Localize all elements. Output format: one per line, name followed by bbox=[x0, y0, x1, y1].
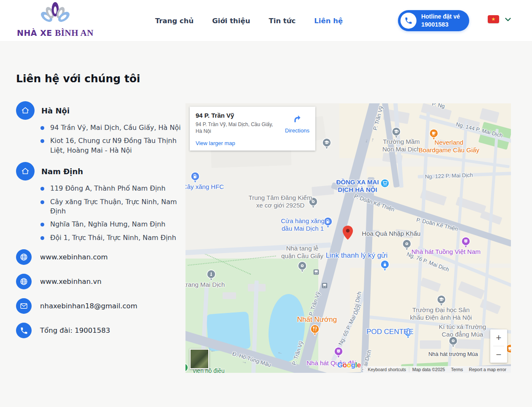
phone-icon bbox=[16, 323, 32, 338]
contact-link-text: www.xebinhan.vn bbox=[40, 278, 102, 286]
restaurant-icon[interactable] bbox=[309, 324, 320, 337]
contact-group-header: Nam Định bbox=[16, 162, 184, 181]
map-attribution: Keyboard shortcuts Map data ©2025 Terms … bbox=[363, 366, 511, 373]
map-canvas[interactable]: ↓ ↑ ← ← → P. Trần VỹP. Trần VỹP. Trần Vỹ… bbox=[185, 103, 511, 373]
zoom-in-button[interactable]: + bbox=[490, 329, 507, 346]
nav-item-3[interactable]: Tin tức bbox=[269, 17, 296, 25]
poi-label: trang Mai Dịch bbox=[185, 281, 225, 288]
directions-button[interactable]: Directions bbox=[284, 113, 310, 134]
contact-group-title: Nam Định bbox=[41, 167, 83, 176]
header: NHÀ XE BÌNH AN Trang chủGiới thiệuTin tứ… bbox=[0, 0, 532, 42]
language-selector[interactable]: ★ bbox=[488, 15, 511, 23]
map-info-card: 94 P. Trần Vỹ 94 P. Trần Vỹ, Mai Dịch, C… bbox=[190, 107, 315, 151]
park-icon[interactable] bbox=[185, 363, 189, 373]
red-pin-icon[interactable] bbox=[341, 225, 354, 241]
page-title: Liên hệ với chúng tôi bbox=[16, 73, 140, 85]
contact-group-title: Hà Nội bbox=[41, 106, 70, 115]
poi-label: POD CENTRE bbox=[366, 328, 413, 336]
view-larger-map-link[interactable]: View larger map bbox=[196, 140, 235, 146]
theater-icon[interactable] bbox=[460, 237, 471, 249]
bus-stop-icon[interactable] bbox=[322, 283, 328, 288]
contact-link[interactable]: nhaxebinhan18@gmail.com bbox=[16, 298, 184, 314]
address-item: 94 Trần Vỹ, Mai Dịch, Cầu Giấy, Hà Nội bbox=[40, 123, 184, 132]
nav-item-4[interactable]: Liên hệ bbox=[314, 17, 343, 25]
mail-icon bbox=[16, 298, 32, 314]
globe-icon bbox=[16, 249, 32, 265]
school-icon[interactable] bbox=[391, 127, 402, 140]
generic-place-icon[interactable] bbox=[297, 261, 308, 274]
phone-icon bbox=[400, 13, 416, 29]
google-logo: Google bbox=[337, 361, 361, 369]
home-icon bbox=[16, 162, 35, 181]
satellite-view-thumbnail[interactable] bbox=[190, 349, 209, 369]
school-icon[interactable] bbox=[321, 138, 332, 151]
theater-icon[interactable] bbox=[333, 347, 344, 359]
shopping-cart-icon[interactable] bbox=[379, 178, 390, 191]
directions-icon bbox=[292, 118, 303, 125]
main-nav: Trang chủGiới thiệuTin tứcLiên hệ bbox=[155, 0, 343, 41]
contact-group-header: Hà Nội bbox=[16, 101, 184, 120]
shopping-lock-icon[interactable] bbox=[379, 260, 390, 272]
brand-name: NHÀ XE BÌNH AN bbox=[15, 28, 95, 38]
map-zoom-controls: + − bbox=[490, 329, 507, 363]
hotline-button[interactable]: Hotline đặt vé 19001583 bbox=[398, 10, 469, 31]
hotline-number: 19001583 bbox=[421, 21, 460, 29]
contact-link[interactable]: www.xebinhan.vn bbox=[16, 274, 184, 289]
hotline-label: Hotline đặt vé bbox=[421, 13, 460, 20]
poi-label: Cửa hàng xăng dầu Mai Dịch 1 bbox=[281, 217, 324, 232]
bus-stop-icon[interactable] bbox=[314, 270, 319, 275]
terms-link[interactable]: Terms bbox=[448, 367, 466, 372]
school-icon[interactable] bbox=[436, 295, 447, 307]
contact-link-text: Tổng đài: 19001583 bbox=[40, 326, 110, 334]
address-item: Đội 1, Trực Thái, Trực Ninh, Nam Định bbox=[40, 233, 184, 243]
poi-label: Trung Tâm Đăng Kiểm xe cơ giới 2925D bbox=[249, 194, 312, 209]
poi-label: Nhà hát trường Múa bbox=[428, 351, 478, 357]
nav-item-2[interactable]: Giới thiệu bbox=[212, 17, 250, 25]
contact-link[interactable]: Tổng đài: 19001583 bbox=[16, 323, 184, 338]
address-item: Nghĩa Tân, Nghĩa Hưng, Nam Định bbox=[40, 220, 184, 229]
zoom-out-button[interactable]: − bbox=[490, 346, 507, 363]
contact-link-text: www.xebinhan.com bbox=[40, 253, 108, 261]
contact-link[interactable]: www.xebinhan.com bbox=[16, 249, 184, 265]
poi-label: Neverland Boardgame Cầu Giấy bbox=[419, 139, 479, 154]
contact-info-panel: Hà Nội94 Trần Vỹ, Mai Dịch, Cầu Giấy, Hà… bbox=[16, 101, 184, 347]
poi-label: Nhà hát Tuồng Việt Nam bbox=[411, 248, 481, 256]
poi-label: Trường Đại học Sân khấu Điện ảnh Hà Nội bbox=[410, 306, 472, 321]
poi-label: Nhất Nướng bbox=[297, 315, 337, 324]
monument-icon[interactable] bbox=[206, 270, 217, 282]
generic-place-icon[interactable] bbox=[401, 239, 412, 252]
lotus-logo-icon bbox=[39, 19, 72, 27]
address-item: Kiot 16, Chung cư N9 Đồng Tàu Thịnh Liệt… bbox=[40, 136, 184, 155]
globe-icon bbox=[16, 274, 32, 289]
vietnam-flag-icon: ★ bbox=[488, 15, 499, 23]
contact-link-text: nhaxebinhan18@gmail.com bbox=[40, 302, 137, 310]
poi-label: Nhà tang lễ quận Cầu Giấy bbox=[281, 245, 323, 259]
keyboard-shortcuts-button[interactable]: Keyboard shortcuts bbox=[365, 367, 408, 372]
poi-label: Kí túc xá Trường Cao đẳng Múa bbox=[439, 323, 486, 338]
gas-station-icon[interactable] bbox=[190, 172, 201, 184]
chevron-down-icon bbox=[505, 15, 511, 23]
poi-label: Link thanh lý ký gửi bbox=[326, 251, 388, 260]
map-card-address: 94 P. Trần Vỹ, Mai Dịch, Cầu Giấy, Hà Nộ… bbox=[196, 121, 280, 135]
poi-label: Cây xăng HFC bbox=[185, 183, 224, 191]
map-data-text: Map data ©2025 bbox=[409, 367, 448, 372]
poi-label: ĐỒNG XA MAI DỊCH HÀ NỘI bbox=[336, 178, 379, 193]
report-map-error-link[interactable]: Report a map error bbox=[466, 367, 509, 372]
home-icon bbox=[16, 101, 35, 120]
nav-item-1[interactable]: Trang chủ bbox=[155, 17, 193, 25]
address-item: 119 Đông A, Thành Phố Nam Định bbox=[40, 184, 184, 193]
poi-label: Trường Mầm Non Mai Dịch bbox=[382, 138, 420, 153]
brand-logo[interactable]: NHÀ XE BÌNH AN bbox=[15, 2, 95, 38]
directions-label: Directions bbox=[284, 127, 310, 134]
poi-label: Hoa Quả Nhập Khẩu bbox=[362, 230, 420, 237]
address-item: Cây xăng Trực Thuận, Trực Ninh, Nam Định bbox=[40, 197, 184, 216]
